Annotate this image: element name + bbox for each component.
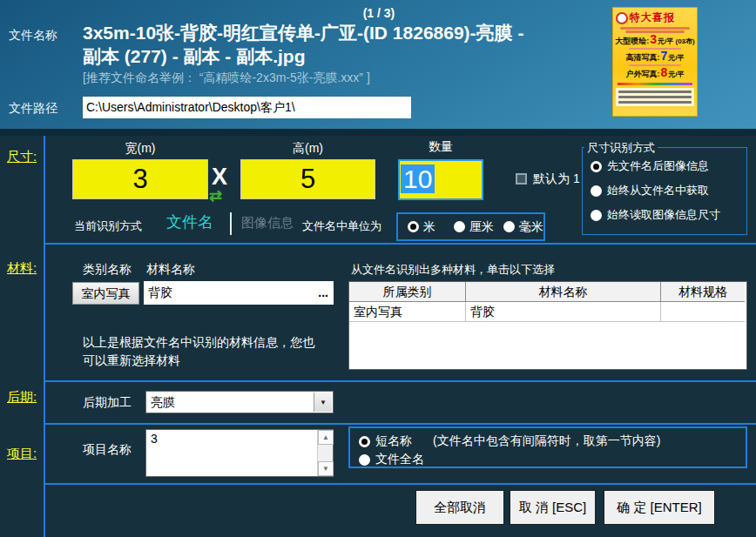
ad-price-unit: 元/平 — [668, 70, 684, 79]
ad-price-value: 7 — [659, 51, 668, 60]
method-image-info-tab[interactable]: 图像信息 — [241, 215, 294, 232]
category-label: 类别名称 — [83, 262, 132, 278]
ad-fineprint-bar — [629, 64, 681, 66]
material-table-header: 所属类别 材料名称 材料规格 — [349, 282, 746, 302]
radio-label: 先文件名后图像信息 — [607, 158, 709, 174]
radio-icon — [591, 161, 602, 172]
radio-label: 厘米 — [469, 219, 494, 235]
ok-button[interactable]: 确 定 [ENTER] — [604, 490, 715, 525]
ad-fineprint-bar — [625, 30, 685, 33]
unit-radio-group: 米 厘米 毫米 — [396, 212, 545, 241]
project-name-textarea[interactable]: 3 ▲ ▼ — [145, 429, 334, 477]
dropdown-arrow-icon[interactable]: ▼ — [314, 393, 332, 412]
row-cell-category: 室内写真 — [349, 302, 466, 322]
width-input[interactable]: 3 — [72, 159, 208, 199]
method-filename-tab[interactable]: 文件名 — [166, 211, 213, 232]
radio-icon — [359, 454, 370, 466]
radio-label: 文件全名 — [375, 452, 424, 467]
radio-option-short-name[interactable]: 短名称 (文件名中包含有间隔符时，取第一节内容) — [359, 433, 660, 449]
file-counter: (1 / 3) — [327, 6, 431, 20]
height-label: 高(m) — [240, 141, 375, 157]
radio-option-full-name[interactable]: 文件全名 — [359, 452, 424, 467]
cancel-all-button[interactable]: 全部取消 — [415, 490, 504, 525]
file-name-line2: 副本 (277) - 副本 - 副本.jpg — [83, 44, 306, 69]
radio-option-always-image[interactable]: 始终读取图像信息尺寸 — [591, 207, 720, 223]
material-name-value: 背胶 — [148, 285, 172, 299]
header-divider — [0, 129, 756, 136]
ad-price-value: 8 — [659, 68, 668, 77]
section-divider — [45, 380, 756, 382]
ad-contact-bar — [618, 96, 692, 98]
unit-prefix-label: 文件名中单位为 — [302, 218, 381, 234]
row-cell-spec — [661, 302, 745, 322]
ad-title: 特大喜报 — [630, 10, 675, 25]
file-info-dialog: (1 / 3) 文件名称 3x5m-10张-背胶-明红宣传单-广亚-(ID 18… — [0, 0, 756, 537]
default-quantity-label: 默认为 1 — [533, 171, 580, 187]
category-button[interactable]: 室内写真 — [72, 282, 139, 305]
column-header-name[interactable]: 材料名称 — [466, 282, 661, 302]
material-name-input[interactable]: 背胶 ... — [144, 281, 334, 305]
file-path-label: 文件路径 — [9, 101, 57, 117]
ad-price-label: 高清写真: — [625, 52, 659, 64]
browse-dots-icon[interactable]: ... — [318, 281, 328, 304]
ad-price-line: 户外写真: 8 元/平 — [613, 68, 697, 80]
ad-contact-bar — [618, 101, 692, 104]
section-divider — [45, 243, 756, 245]
quantity-input[interactable]: 10 — [398, 159, 483, 200]
postprocess-value: 亮膜 — [146, 392, 333, 413]
ad-price-unit: 元/平 (03布) — [658, 37, 695, 46]
naming-hint: [推荐文件命名举例： “高精喷绘-2x3m-5张-亮膜.xxx” ] — [83, 70, 370, 86]
scroll-down-icon[interactable]: ▼ — [318, 461, 334, 476]
file-path-input[interactable] — [83, 97, 411, 118]
current-method-label: 当前识别方式 — [74, 218, 142, 234]
postprocess-label: 后期加工 — [83, 395, 132, 411]
ad-price-line: 高清写真: 7 元/平 — [613, 51, 697, 64]
quantity-label: 数量 — [398, 139, 483, 155]
short-name-hint: (文件名中包含有间隔符时，取第一节内容) — [433, 433, 660, 449]
radio-label: 米 — [423, 219, 435, 235]
file-name-label: 文件名称 — [9, 28, 57, 44]
scroll-up-icon[interactable]: ▲ — [318, 430, 334, 445]
radio-icon — [408, 221, 419, 232]
default-quantity-checkbox[interactable] — [516, 173, 527, 185]
column-header-category[interactable]: 所属类别 — [349, 282, 466, 302]
size-recognition-groupbox: 尺寸识别方式 先文件名后图像信息 始终从文件名中获取 始终读取图像信息尺寸 — [582, 147, 747, 235]
sidebar-divider — [44, 136, 45, 537]
radio-label: 毫米 — [519, 219, 543, 235]
ad-price-value: 3 — [649, 35, 658, 44]
radio-icon — [591, 210, 602, 221]
section-label-size: 尺寸: — [7, 149, 37, 165]
radio-label: 始终从文件名中获取 — [607, 183, 709, 198]
radio-label: 短名称 — [375, 433, 412, 449]
material-table-row[interactable]: 室内写真 背胶 — [349, 302, 746, 322]
radio-icon — [359, 436, 370, 447]
textarea-scrollbar[interactable]: ▲ ▼ — [317, 430, 333, 476]
cancel-button[interactable]: 取 消 [ESC] — [510, 490, 596, 525]
method-separator — [230, 212, 232, 235]
material-note-line2: 可以重新选择材料 — [83, 352, 314, 370]
column-header-spec[interactable]: 材料规格 — [661, 282, 745, 302]
ad-contact-block — [616, 88, 694, 106]
radio-option-always-filename[interactable]: 始终从文件名中获取 — [591, 183, 709, 198]
radio-option-filename-first[interactable]: 先文件名后图像信息 — [591, 158, 709, 174]
radio-option-millimeter[interactable]: 毫米 — [503, 219, 543, 235]
name-mode-radio-group: 短名称 (文件名中包含有间隔符时，取第一节内容) 文件全名 — [348, 426, 747, 468]
radio-icon — [454, 221, 465, 232]
radio-option-meter[interactable]: 米 — [408, 219, 435, 235]
material-table-caption: 从文件名识别出多种材料，单击以下选择 — [351, 262, 555, 278]
radio-option-centimeter[interactable]: 厘米 — [454, 219, 494, 235]
size-recognition-title: 尺寸识别方式 — [584, 140, 658, 156]
ad-fineprint-bar — [620, 27, 690, 30]
swap-dimensions-icon[interactable]: ⇄ — [209, 186, 222, 205]
postprocess-dropdown[interactable]: 亮膜 ▼ — [145, 391, 334, 413]
quantity-selected-text: 10 — [401, 164, 435, 193]
ad-price-label: 户外写真: — [625, 69, 659, 80]
material-note-line1: 以上是根据文件名中识别的材料信息，您也 — [83, 333, 314, 352]
ad-poster: 特大喜报 大型喷绘: 3 元/平 (03布) 高清写真: 7 元/平 户外写真:… — [612, 7, 698, 117]
ad-fineprint-bar — [629, 48, 681, 50]
header-banner: (1 / 3) 文件名称 3x5m-10张-背胶-明红宣传单-广亚-(ID 18… — [0, 0, 756, 129]
height-input[interactable]: 5 — [240, 159, 375, 199]
ad-price-label: 大型喷绘: — [615, 36, 649, 47]
radio-icon — [503, 221, 515, 232]
section-label-material: 材料: — [7, 260, 37, 277]
